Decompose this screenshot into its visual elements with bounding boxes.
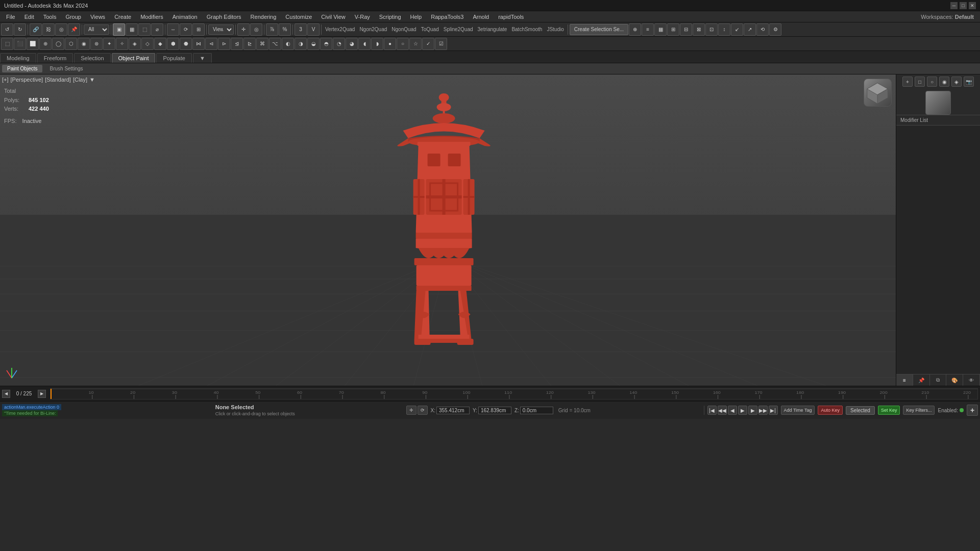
obj-19[interactable]: ⊴ — [231, 38, 243, 50]
viewport-plus[interactable]: [+] — [2, 77, 9, 83]
obj-9[interactable]: ✦ — [103, 38, 115, 50]
redo-button[interactable]: ↻ — [14, 23, 26, 36]
snap3d-button[interactable]: 3 — [295, 23, 307, 36]
obj-2[interactable]: ⬛ — [14, 38, 26, 50]
obj-4[interactable]: ⊕ — [39, 38, 52, 50]
link-button[interactable]: 🔗 — [30, 23, 42, 36]
menu-edit[interactable]: Edit — [20, 13, 38, 21]
obj-10[interactable]: ✧ — [116, 38, 128, 50]
play-button[interactable]: ▶ — [738, 406, 747, 415]
snapvert-button[interactable]: V — [307, 23, 320, 36]
menu-arnold[interactable]: Arnold — [469, 13, 493, 21]
tab-freeform[interactable]: Freeform — [37, 53, 74, 63]
play-first-button[interactable]: |◀ — [707, 406, 717, 415]
rotate-button[interactable]: ⟳ — [180, 23, 192, 36]
rp-icon-box[interactable]: □ — [915, 77, 925, 87]
obj-5[interactable]: ◯ — [52, 38, 64, 50]
maximize-button[interactable]: □ — [960, 2, 967, 9]
obj-25[interactable]: ◒ — [307, 38, 320, 50]
obj-24[interactable]: ◑ — [295, 38, 307, 50]
rp-tab-pin[interactable]: 📌 — [913, 374, 930, 386]
play-next-frame-button[interactable]: ▶ — [748, 406, 757, 415]
menu-graph-editors[interactable]: Graph Editors — [203, 13, 246, 21]
view-dropdown[interactable]: View — [208, 24, 234, 35]
rp-icon-light[interactable]: ◈ — [951, 77, 962, 87]
select-region-button[interactable]: ⬚ — [138, 23, 151, 36]
obj-26[interactable]: ◓ — [320, 38, 332, 50]
mirror-button[interactable]: ↔ — [167, 23, 179, 36]
tb-extra-10[interactable]: ↗ — [744, 23, 756, 36]
obj-15[interactable]: ⬣ — [180, 38, 192, 50]
move-icon-btn[interactable]: ✛ — [406, 406, 416, 415]
minimize-button[interactable]: ─ — [950, 2, 958, 9]
tb-extra-11[interactable]: ⟲ — [756, 23, 769, 36]
layer-dropdown[interactable]: All — [84, 24, 109, 35]
unlink-button[interactable]: ⛓ — [42, 23, 55, 36]
obj-3[interactable]: ⬜ — [27, 38, 39, 50]
obj-18[interactable]: ⊳ — [218, 38, 230, 50]
play-last-button[interactable]: ▶| — [769, 406, 778, 415]
subtab-paint-objects[interactable]: Paint Objects — [2, 65, 42, 72]
viewport-arrow[interactable]: ▼ — [89, 77, 95, 83]
tb-extra-4[interactable]: ⊞ — [667, 23, 679, 36]
close-button[interactable]: ✕ — [969, 2, 976, 9]
rp-tab-color[interactable]: 🎨 — [946, 374, 963, 386]
obj-23[interactable]: ◐ — [282, 38, 294, 50]
menu-file[interactable]: File — [2, 13, 19, 21]
menu-group[interactable]: Group — [61, 13, 85, 21]
viewport[interactable]: [+] [Perspective] [Standard] [Clay] ▼ To… — [0, 74, 896, 386]
menu-vray[interactable]: V-Ray — [351, 13, 374, 21]
z-input[interactable] — [520, 407, 553, 414]
tab-object-paint[interactable]: Object Paint — [112, 53, 156, 63]
tb-extra-3[interactable]: ▦ — [654, 23, 667, 36]
obj-13[interactable]: ◆ — [154, 38, 166, 50]
tab-extra[interactable]: ▼ — [193, 53, 212, 63]
menu-civil-view[interactable]: Civil View — [317, 13, 349, 21]
obj-20[interactable]: ⊵ — [243, 38, 256, 50]
create-selection-button[interactable]: Create Selection Se... — [570, 24, 628, 35]
obj-8[interactable]: ⊛ — [90, 38, 103, 50]
menu-rapidtools[interactable]: rapidTools — [494, 13, 528, 21]
lasso-button[interactable]: ⌀ — [151, 23, 163, 36]
obj-21[interactable]: ⌘ — [256, 38, 268, 50]
rotate2-button[interactable]: ◎ — [250, 23, 262, 36]
menu-scripting[interactable]: Scripting — [375, 13, 405, 21]
viewport-standard[interactable]: [Standard] — [45, 77, 71, 83]
obj-31[interactable]: ● — [384, 38, 396, 50]
timeline-prev-button[interactable]: ◀ — [2, 390, 10, 398]
viewport-clay[interactable]: [Clay] — [73, 77, 87, 83]
rp-icon-circle[interactable]: ○ — [927, 77, 937, 87]
move-button[interactable]: ✛ — [237, 23, 250, 36]
rp-icon-add[interactable]: + — [902, 77, 913, 87]
play-prev-frame-button[interactable]: ◀ — [728, 406, 737, 415]
obj-22[interactable]: ⌥ — [269, 38, 281, 50]
rp-tab-list[interactable]: ≡ — [896, 374, 913, 386]
percent-button[interactable]: ⅞ — [266, 23, 278, 36]
obj-17[interactable]: ⊲ — [205, 38, 217, 50]
tb-extra-5[interactable]: ⊟ — [680, 23, 692, 36]
rp-tab-stack[interactable]: ⧉ — [930, 374, 947, 386]
menu-customize[interactable]: Customize — [281, 13, 316, 21]
menu-help[interactable]: Help — [406, 13, 426, 21]
y-input[interactable] — [478, 407, 511, 414]
timeline-next-button[interactable]: ▶ — [38, 390, 46, 398]
obj-14[interactable]: ⬢ — [167, 38, 179, 50]
tab-modeling[interactable]: Modeling — [0, 53, 36, 63]
key-filters-button[interactable]: Key Filters... — [903, 406, 935, 415]
rp-tab-eye[interactable]: 👁 — [963, 374, 980, 386]
menu-create[interactable]: Create — [110, 13, 135, 21]
tb-extra-2[interactable]: ≡ — [642, 23, 654, 36]
play-prev-button[interactable]: ◀◀ — [718, 406, 727, 415]
obj-16[interactable]: ⋈ — [192, 38, 205, 50]
subtab-brush-settings[interactable]: Brush Settings — [44, 65, 88, 72]
undo-button[interactable]: ↺ — [1, 23, 13, 36]
menu-views[interactable]: Views — [86, 13, 109, 21]
rp-icon-sphere[interactable]: ◉ — [939, 77, 949, 87]
menu-animation[interactable]: Animation — [168, 13, 202, 21]
obj-32[interactable]: ○ — [397, 38, 409, 50]
select-button[interactable]: ▣ — [113, 23, 125, 36]
bind-button[interactable]: ◎ — [55, 23, 67, 36]
rotate-icon-btn[interactable]: ⟳ — [418, 406, 428, 415]
obj-1[interactable]: ⬚ — [1, 38, 13, 50]
add-button[interactable]: + — [967, 405, 978, 416]
